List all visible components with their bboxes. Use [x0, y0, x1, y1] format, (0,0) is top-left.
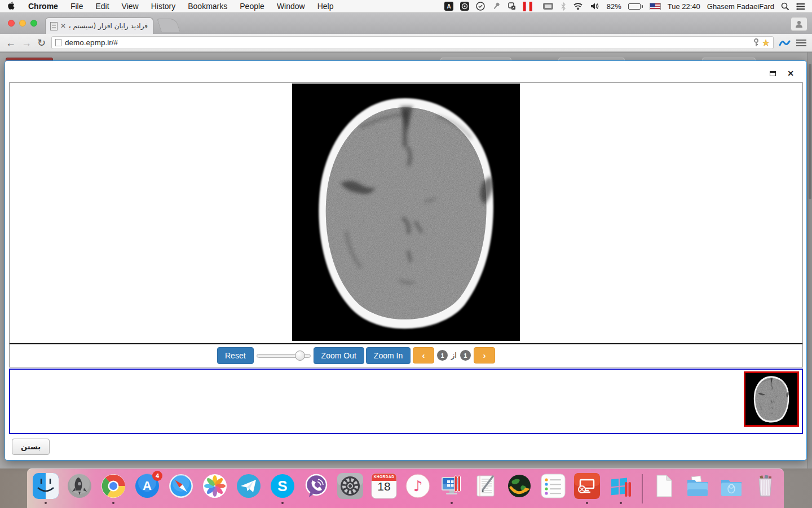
page-scrollbar[interactable]	[807, 52, 812, 468]
forward-button[interactable]: →	[21, 38, 32, 48]
zoom-in-button[interactable]: Zoom In	[366, 347, 411, 364]
zoom-slider[interactable]	[257, 347, 311, 364]
adobe-icon[interactable]: A	[444, 1, 453, 11]
macos-menubar: Chrome File Edit View History Bookmarks …	[0, 0, 812, 13]
page-of-label: از	[451, 351, 457, 360]
zoom-slider-handle[interactable]	[295, 351, 305, 361]
dock-documents-folder-icon[interactable]	[685, 473, 710, 499]
dock-finder-icon[interactable]	[33, 473, 59, 499]
dock-textedit-icon[interactable]	[473, 473, 498, 499]
input-language-flag-icon[interactable]	[650, 3, 661, 10]
menubar-app-name[interactable]: Chrome	[28, 2, 58, 11]
tab-title: فرادید رایان افزار (سیستم برگزاری آ	[69, 22, 148, 30]
total-page-badge: 1	[460, 350, 471, 361]
check-circle-icon[interactable]	[476, 1, 485, 11]
modal-footer: بستن	[5, 434, 806, 460]
reset-button[interactable]: Reset	[217, 347, 254, 364]
browser-tab[interactable]: ✕ فرادید رایان افزار (سیستم برگزاری آ	[45, 17, 153, 34]
dock-skype-icon[interactable]: S	[270, 473, 295, 499]
dock-chrome-icon[interactable]	[100, 473, 126, 499]
dock-divider	[642, 474, 643, 503]
menubar-username[interactable]: Ghasem FadaeiFard	[707, 2, 774, 11]
chrome-tabstrip: ✕ فرادید رایان افزار (سیستم برگزاری آ	[0, 13, 812, 34]
wifi-icon[interactable]	[573, 1, 583, 11]
next-image-button[interactable]: ›	[474, 347, 495, 364]
back-button[interactable]: ←	[6, 38, 16, 48]
chrome-menu-icon[interactable]	[796, 40, 806, 46]
address-bar[interactable]: demo.epmp.ir/# ★	[51, 36, 774, 49]
appstore-badge: 4	[152, 471, 162, 481]
window-zoom-button[interactable]	[30, 20, 37, 27]
volume-icon[interactable]	[590, 1, 600, 11]
image-area	[10, 83, 802, 343]
ct-thumbnail[interactable]	[744, 371, 799, 427]
spotlight-search-icon[interactable]	[781, 1, 789, 11]
key-icon[interactable]	[753, 38, 759, 47]
dock-settings-icon[interactable]	[337, 473, 363, 499]
apple-menu-icon[interactable]	[8, 1, 16, 11]
svg-text:♪: ♪	[413, 478, 423, 494]
dock-parallels-icon[interactable]	[439, 473, 465, 499]
menubar-item-view[interactable]: View	[122, 2, 139, 11]
window-close-button[interactable]	[8, 20, 15, 27]
svg-text:A: A	[447, 3, 451, 10]
window-controls	[8, 20, 37, 27]
battery-icon	[628, 3, 643, 10]
window-minimize-button[interactable]	[19, 20, 26, 27]
page-icon	[55, 39, 61, 46]
image-viewer-modal: ✕	[5, 60, 807, 461]
menubar-item-bookmarks[interactable]: Bookmarks	[188, 2, 227, 11]
viewer-panel: Reset Zoom Out Zoom In ‹ 1 از 1 ›	[9, 82, 803, 367]
profile-button[interactable]	[791, 17, 807, 31]
viewer-controls: Reset Zoom Out Zoom In ‹ 1 از 1 ›	[10, 344, 802, 367]
previous-image-button[interactable]: ‹	[413, 347, 434, 364]
dock-document-icon[interactable]	[651, 473, 677, 499]
menubar-item-help[interactable]: Help	[317, 2, 334, 11]
calendar-month-label: KHORDAD	[371, 475, 397, 479]
dock-safari-icon[interactable]	[168, 473, 194, 499]
dock-itunes-icon[interactable]: ♪	[405, 473, 431, 499]
chrome-toolbar: ← → ↻ demo.epmp.ir/# ★	[0, 34, 812, 52]
shortcut-switch-icon[interactable]	[508, 1, 517, 11]
menubar-item-window[interactable]: Window	[277, 2, 305, 11]
tab-close-icon[interactable]: ✕	[60, 23, 66, 29]
modal-maximize-icon[interactable]	[770, 71, 776, 76]
new-tab-button[interactable]	[157, 19, 180, 32]
close-modal-button[interactable]: بستن	[12, 439, 50, 455]
dock-photos-icon[interactable]	[202, 473, 228, 499]
dock-appstore-icon[interactable]: A 4	[134, 473, 160, 499]
dock-remote-desktop-icon[interactable]	[574, 473, 600, 499]
menubar-item-file[interactable]: File	[70, 2, 83, 11]
dock-calendar-icon[interactable]: KHORDAD 18	[371, 473, 397, 499]
tab-favicon	[50, 22, 58, 30]
dock-windows-icon[interactable]	[608, 473, 634, 499]
dock-trash-icon[interactable]	[752, 473, 778, 499]
menubar-item-edit[interactable]: Edit	[95, 2, 109, 11]
modal-close-icon[interactable]: ✕	[787, 69, 794, 77]
notification-center-icon[interactable]	[796, 1, 805, 11]
thumbnail-strip	[9, 369, 803, 434]
current-page-badge: 1	[437, 350, 448, 361]
pin-status-icon[interactable]	[492, 1, 501, 11]
dock-viber-icon[interactable]	[303, 473, 329, 499]
battery-percent: 82%	[607, 2, 621, 11]
zoom-out-button[interactable]: Zoom Out	[314, 347, 364, 364]
dock-reminders-icon[interactable]	[540, 473, 566, 499]
dock-launchpad-icon[interactable]	[67, 473, 92, 499]
keyboard-status-icon[interactable]	[542, 1, 554, 11]
parallels-status-icon[interactable]: ▌▌	[523, 2, 536, 11]
menubar-clock[interactable]: Tue 22:40	[668, 2, 700, 11]
dock-telegram-icon[interactable]	[236, 473, 262, 499]
bluetooth-icon[interactable]	[561, 1, 566, 11]
extension-wave-icon[interactable]	[779, 39, 791, 47]
reload-button[interactable]: ↻	[37, 38, 46, 48]
url-text[interactable]: demo.epmp.ir/#	[65, 38, 749, 47]
dock-jdownloader-icon[interactable]	[506, 473, 532, 499]
skype-letter: S	[270, 473, 295, 499]
bookmark-star-icon[interactable]: ★	[762, 38, 770, 48]
dock-linux-folder-icon[interactable]	[718, 473, 744, 499]
ct-scan-image[interactable]	[292, 84, 520, 341]
menubar-item-people[interactable]: People	[240, 2, 264, 11]
camera-status-icon[interactable]	[460, 1, 469, 11]
menubar-item-history[interactable]: History	[151, 2, 176, 11]
